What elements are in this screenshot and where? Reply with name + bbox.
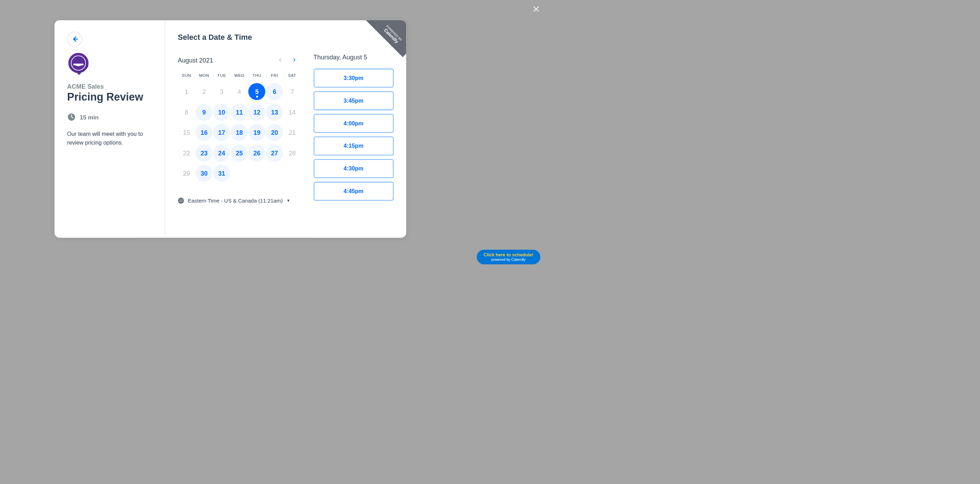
time-slot-button[interactable]: 4:15pm [313, 136, 394, 156]
calendar-day: 28 [284, 144, 301, 162]
company-name: ACME Sales [67, 83, 152, 90]
close-icon [532, 5, 540, 13]
time-slot-button[interactable]: 3:45pm [313, 91, 394, 110]
dow-header: MON [196, 73, 213, 81]
svg-point-1 [72, 56, 86, 70]
duration-label: 15 min [80, 114, 99, 121]
dow-header: SAT [283, 73, 301, 81]
time-slot-button[interactable]: 4:45pm [313, 182, 394, 201]
time-slots-list: 3:30pm3:45pm4:00pm4:15pm4:30pm4:45pm [313, 69, 394, 201]
close-button[interactable] [532, 5, 540, 13]
event-duration: 15 min [67, 113, 152, 122]
date-time-panel: Select a Date & Time August 2021 SUNMONT… [165, 20, 406, 238]
cta-title: Click here to schedule! [484, 252, 533, 257]
prev-month-button[interactable] [273, 53, 287, 67]
dow-header: SUN [178, 73, 196, 81]
chevron-down-icon: ▼ [286, 198, 290, 202]
month-label: August 2021 [178, 57, 273, 63]
calendar-day[interactable]: 25 [231, 144, 248, 162]
calendar-day[interactable]: 12 [248, 104, 266, 121]
calendar-day[interactable]: 20 [266, 124, 283, 141]
company-avatar [67, 52, 92, 77]
dow-header: WED [231, 73, 248, 81]
calendar-section: Select a Date & Time August 2021 SUNMONT… [178, 33, 301, 225]
dow-header: THU [248, 73, 266, 81]
calendar-day[interactable]: 18 [231, 124, 248, 141]
powered-by-corner[interactable]: POWERED BY Calendly [365, 20, 406, 60]
event-details-panel: ACME Sales Pricing Review 15 min Our tea… [54, 20, 165, 238]
chevron-right-icon [291, 57, 296, 62]
powered-brand: Calendly [376, 21, 406, 51]
time-slot-button[interactable]: 4:00pm [313, 114, 394, 133]
calendar-day[interactable]: 24 [213, 144, 230, 162]
time-slots-section: Thursday, August 5 3:30pm3:45pm4:00pm4:1… [313, 33, 394, 225]
calendar-day: 4 [231, 83, 248, 100]
calendar-day[interactable]: 27 [266, 144, 283, 162]
arrow-left-icon [70, 35, 79, 43]
calendar-day: 3 [213, 83, 230, 100]
dow-header: TUE [213, 73, 231, 81]
event-title: Pricing Review [67, 91, 152, 104]
time-slot-button[interactable]: 3:30pm [313, 69, 394, 88]
schedule-cta-button[interactable]: Click here to schedule! powered by Calen… [477, 250, 540, 264]
calendar-day[interactable]: 13 [266, 104, 283, 121]
calendar-day[interactable]: 30 [196, 165, 213, 182]
calendar-day[interactable]: 17 [213, 124, 230, 141]
calendar-day[interactable]: 5 [248, 83, 266, 100]
timezone-label: Eastern Time - US & Canada (11:21am) [188, 197, 283, 203]
chevron-left-icon [277, 57, 282, 62]
avatar-icon [67, 52, 92, 77]
calendar-day[interactable]: 9 [196, 104, 213, 121]
calendar-grid: SUNMONTUEWEDTHUFRISAT1234567891011121314… [178, 73, 301, 183]
clock-icon [67, 113, 76, 122]
calendar-day: 15 [178, 124, 195, 141]
calendar-day[interactable]: 10 [213, 104, 230, 121]
calendar-day[interactable]: 16 [196, 124, 213, 141]
calendar-day[interactable]: 31 [213, 165, 230, 182]
globe-icon [178, 197, 184, 203]
calendar-day[interactable]: 6 [266, 83, 283, 100]
calendar-day: 1 [178, 83, 195, 100]
timezone-selector[interactable]: Eastern Time - US & Canada (11:21am) ▼ [178, 197, 301, 203]
event-description: Our team will meet with you to review pr… [67, 130, 152, 148]
calendar-day: 21 [284, 124, 301, 141]
cta-subtitle: powered by Calendly [484, 257, 533, 262]
calendar-day: 29 [178, 165, 195, 182]
back-button[interactable] [67, 32, 82, 46]
dow-header: FRI [266, 73, 283, 81]
time-slot-button[interactable]: 4:30pm [313, 159, 394, 178]
calendar-day: 2 [196, 83, 213, 100]
next-month-button[interactable] [287, 53, 301, 67]
calendar-day: 7 [284, 83, 301, 100]
calendar-day: 14 [284, 104, 301, 121]
calendar-day[interactable]: 19 [248, 124, 266, 141]
calendar-day: 22 [178, 144, 195, 162]
calendar-day[interactable]: 11 [231, 104, 248, 121]
month-navigation: August 2021 [178, 53, 301, 67]
svg-rect-2 [73, 63, 84, 65]
calendar-day[interactable]: 23 [196, 144, 213, 162]
calendar-day: 8 [178, 104, 195, 121]
svg-point-3 [78, 71, 81, 75]
scheduling-modal: ACME Sales Pricing Review 15 min Our tea… [54, 20, 406, 238]
calendar-day[interactable]: 26 [248, 144, 266, 162]
panel-title: Select a Date & Time [178, 33, 301, 41]
